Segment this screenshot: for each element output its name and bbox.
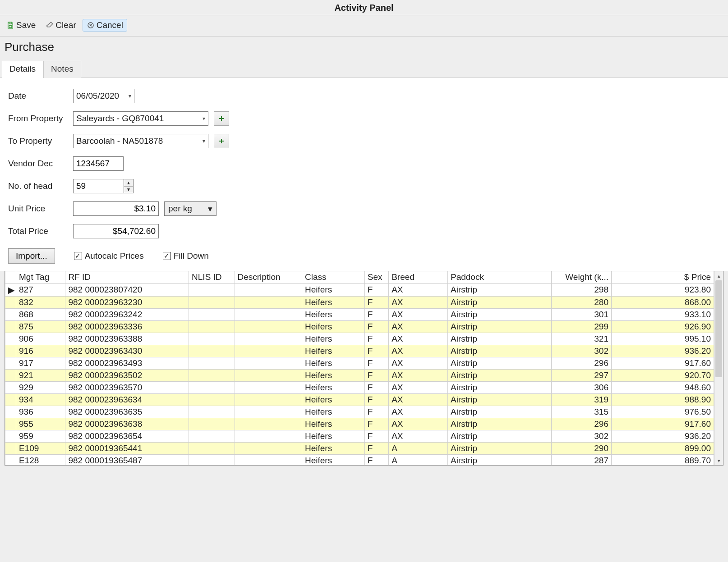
cell-nlis-id[interactable] bbox=[189, 308, 235, 320]
cell-rf-id[interactable]: 982 000023963242 bbox=[65, 308, 189, 320]
cell-sex[interactable]: F bbox=[364, 418, 388, 430]
cell-rf-id[interactable]: 982 000023963634 bbox=[65, 393, 189, 406]
cell-class[interactable]: Heifers bbox=[302, 345, 364, 357]
cell-class[interactable]: Heifers bbox=[302, 381, 364, 393]
cell-description[interactable] bbox=[235, 442, 302, 454]
cell-breed[interactable]: AX bbox=[389, 369, 448, 381]
vendor-dec-input[interactable] bbox=[73, 156, 124, 171]
to-property-add-button[interactable] bbox=[214, 134, 229, 148]
cell-sex[interactable]: F bbox=[364, 381, 388, 393]
cell-sex[interactable]: F bbox=[364, 320, 388, 333]
cell-weight[interactable]: 296 bbox=[551, 418, 611, 430]
cell-nlis-id[interactable] bbox=[189, 320, 235, 333]
cell-price[interactable]: 948.60 bbox=[612, 381, 714, 393]
clear-button[interactable]: Clear bbox=[42, 19, 79, 32]
cell-mgt-tag[interactable]: 917 bbox=[16, 357, 65, 369]
table-row[interactable]: E128982 000019365487HeifersFAAirstrip287… bbox=[5, 454, 714, 465]
cell-nlis-id[interactable] bbox=[189, 393, 235, 406]
scroll-up-icon[interactable]: ▴ bbox=[714, 271, 723, 280]
cell-paddock[interactable]: Airstrip bbox=[447, 393, 551, 406]
col-paddock[interactable]: Paddock bbox=[447, 271, 551, 283]
cell-breed[interactable]: AX bbox=[389, 381, 448, 393]
cell-rf-id[interactable]: 982 000023963638 bbox=[65, 418, 189, 430]
cell-mgt-tag[interactable]: 929 bbox=[16, 381, 65, 393]
autocalc-checkbox[interactable]: ✓ Autocalc Prices bbox=[74, 251, 144, 261]
vertical-scrollbar[interactable]: ▴ ▾ bbox=[714, 271, 723, 465]
cell-sex[interactable]: F bbox=[364, 430, 388, 442]
cell-nlis-id[interactable] bbox=[189, 283, 235, 296]
cell-breed[interactable]: AX bbox=[389, 296, 448, 308]
cell-price[interactable]: 976.50 bbox=[612, 406, 714, 418]
cell-rf-id[interactable]: 982 000019365487 bbox=[65, 454, 189, 465]
cell-sex[interactable]: F bbox=[364, 369, 388, 381]
cell-rf-id[interactable]: 982 000023963654 bbox=[65, 430, 189, 442]
table-row[interactable]: 936982 000023963635HeifersFAXAirstrip315… bbox=[5, 406, 714, 418]
cell-breed[interactable]: AX bbox=[389, 283, 448, 296]
table-row[interactable]: 955982 000023963638HeifersFAXAirstrip296… bbox=[5, 418, 714, 430]
cell-breed[interactable]: AX bbox=[389, 418, 448, 430]
cell-paddock[interactable]: Airstrip bbox=[447, 430, 551, 442]
cell-nlis-id[interactable] bbox=[189, 406, 235, 418]
cell-nlis-id[interactable] bbox=[189, 454, 235, 465]
cell-rf-id[interactable]: 982 000023963635 bbox=[65, 406, 189, 418]
cell-paddock[interactable]: Airstrip bbox=[447, 442, 551, 454]
cell-mgt-tag[interactable]: 868 bbox=[16, 308, 65, 320]
cell-nlis-id[interactable] bbox=[189, 345, 235, 357]
cell-breed[interactable]: A bbox=[389, 454, 448, 465]
cell-mgt-tag[interactable]: 934 bbox=[16, 393, 65, 406]
cell-price[interactable]: 917.60 bbox=[612, 418, 714, 430]
cell-nlis-id[interactable] bbox=[189, 430, 235, 442]
cell-description[interactable] bbox=[235, 296, 302, 308]
to-property-select[interactable]: Barcoolah - NA501878 ▾ bbox=[73, 134, 208, 148]
cell-weight[interactable]: 297 bbox=[551, 369, 611, 381]
table-row[interactable]: 916982 000023963430HeifersFAXAirstrip302… bbox=[5, 345, 714, 357]
from-property-select[interactable]: Saleyards - GQ870041 ▾ bbox=[73, 111, 208, 126]
table-row[interactable]: 832982 000023963230HeifersFAXAirstrip280… bbox=[5, 296, 714, 308]
unit-price-input[interactable] bbox=[73, 201, 159, 216]
cell-paddock[interactable]: Airstrip bbox=[447, 369, 551, 381]
cell-description[interactable] bbox=[235, 333, 302, 345]
cell-paddock[interactable]: Airstrip bbox=[447, 345, 551, 357]
cell-sex[interactable]: F bbox=[364, 442, 388, 454]
cell-paddock[interactable]: Airstrip bbox=[447, 454, 551, 465]
cell-sex[interactable]: F bbox=[364, 308, 388, 320]
cancel-button[interactable]: Cancel bbox=[83, 19, 127, 32]
cell-mgt-tag[interactable]: E128 bbox=[16, 454, 65, 465]
cell-paddock[interactable]: Airstrip bbox=[447, 283, 551, 296]
table-row[interactable]: E109982 000019365441HeifersFAAirstrip290… bbox=[5, 442, 714, 454]
cell-price[interactable]: 926.90 bbox=[612, 320, 714, 333]
cell-mgt-tag[interactable]: 832 bbox=[16, 296, 65, 308]
cell-price[interactable]: 917.60 bbox=[612, 357, 714, 369]
cell-description[interactable] bbox=[235, 454, 302, 465]
cell-rf-id[interactable]: 982 000023963336 bbox=[65, 320, 189, 333]
cell-description[interactable] bbox=[235, 369, 302, 381]
cell-class[interactable]: Heifers bbox=[302, 308, 364, 320]
cell-weight[interactable]: 290 bbox=[551, 442, 611, 454]
save-button[interactable]: Save bbox=[3, 19, 39, 32]
cell-class[interactable]: Heifers bbox=[302, 296, 364, 308]
col-class[interactable]: Class bbox=[302, 271, 364, 283]
table-row[interactable]: 921982 000023963502HeifersFAXAirstrip297… bbox=[5, 369, 714, 381]
cell-rf-id[interactable]: 982 000023963570 bbox=[65, 381, 189, 393]
cell-rf-id[interactable]: 982 000023807420 bbox=[65, 283, 189, 296]
table-row[interactable]: 929982 000023963570HeifersFAXAirstrip306… bbox=[5, 381, 714, 393]
col-mgt-tag[interactable]: Mgt Tag bbox=[16, 271, 65, 283]
cell-description[interactable] bbox=[235, 345, 302, 357]
cell-sex[interactable]: F bbox=[364, 296, 388, 308]
cell-paddock[interactable]: Airstrip bbox=[447, 333, 551, 345]
cell-class[interactable]: Heifers bbox=[302, 357, 364, 369]
col-nlis-id[interactable]: NLIS ID bbox=[189, 271, 235, 283]
cell-breed[interactable]: AX bbox=[389, 320, 448, 333]
table-row[interactable]: 934982 000023963634HeifersFAXAirstrip319… bbox=[5, 393, 714, 406]
cell-weight[interactable]: 296 bbox=[551, 357, 611, 369]
cell-breed[interactable]: AX bbox=[389, 308, 448, 320]
cell-paddock[interactable]: Airstrip bbox=[447, 296, 551, 308]
table-row[interactable]: 917982 000023963493HeifersFAXAirstrip296… bbox=[5, 357, 714, 369]
cell-sex[interactable]: F bbox=[364, 393, 388, 406]
cell-description[interactable] bbox=[235, 308, 302, 320]
cell-description[interactable] bbox=[235, 430, 302, 442]
col-price[interactable]: $ Price bbox=[612, 271, 714, 283]
cell-sex[interactable]: F bbox=[364, 406, 388, 418]
cell-weight[interactable]: 287 bbox=[551, 454, 611, 465]
cell-paddock[interactable]: Airstrip bbox=[447, 308, 551, 320]
